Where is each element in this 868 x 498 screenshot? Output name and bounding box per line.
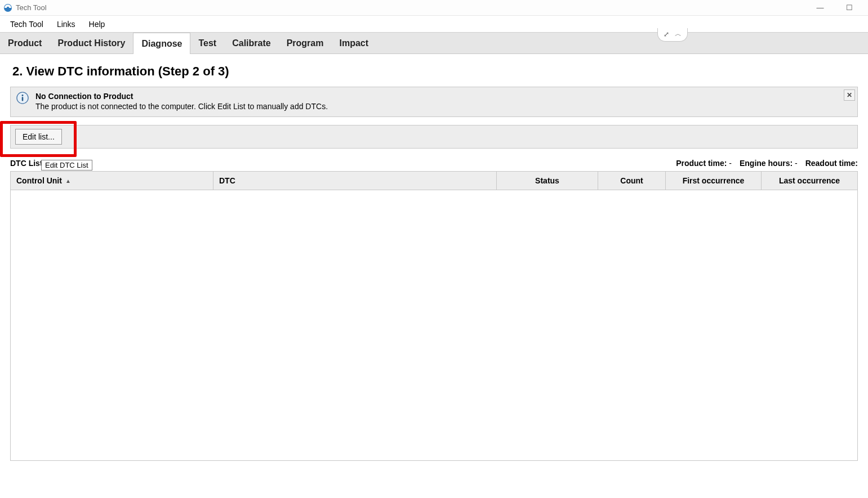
col-first-occurrence[interactable]: First occurrence [666,172,762,190]
page-title: 2. View DTC information (Step 2 of 3) [12,64,858,79]
menubar: Tech Tool Links Help [0,16,868,33]
window-title: Tech Tool [16,3,47,12]
readout-time: Readout time: [805,159,858,168]
info-banner: No Connection to Product The product is … [10,87,858,117]
info-title: No Connection to Product [35,92,328,101]
edit-list-tooltip: Edit DTC List [41,160,92,171]
svg-point-1 [7,6,9,8]
menu-links[interactable]: Links [50,16,82,32]
maximize-button[interactable]: ☐ [841,3,858,12]
tab-product-history[interactable]: Product History [50,33,133,53]
col-count[interactable]: Count [598,172,666,190]
col-last-occurrence[interactable]: Last occurrence [762,172,857,190]
expand-collapse-toggle[interactable]: ⤢ ︿ [657,28,688,42]
dtc-toolbar: Edit list... [10,125,858,149]
list-meta-row: DTC List (0 items) Product time: - Engin… [10,159,858,168]
menu-techtool[interactable]: Tech Tool [3,16,50,32]
info-close-button[interactable]: ✕ [844,89,855,101]
tab-impact[interactable]: Impact [331,33,376,53]
sort-asc-icon: ▲ [65,178,71,184]
app-icon [3,3,12,12]
info-icon [16,92,29,104]
product-time: Product time: - [676,159,732,168]
dtc-grid: Control Unit ▲ DTC Status Count First oc… [10,171,858,461]
edit-list-button[interactable]: Edit list... [15,129,62,145]
engine-hours: Engine hours: - [740,159,798,168]
tab-diagnose[interactable]: Diagnose [133,33,190,54]
close-icon: ✕ [847,91,852,99]
grid-header-row: Control Unit ▲ DTC Status Count First oc… [11,172,857,190]
grid-body [11,190,857,460]
page-content: 2. View DTC information (Step 2 of 3) No… [0,54,868,461]
minimize-button[interactable]: — [812,3,829,12]
svg-point-3 [22,95,24,96]
menu-help[interactable]: Help [82,16,112,32]
tab-product[interactable]: Product [0,33,50,53]
main-tabs: Product Product History Diagnose Test Ca… [0,33,868,54]
tab-calibrate[interactable]: Calibrate [224,33,278,53]
expand-icon: ⤢ [664,30,669,38]
chevron-up-icon: ︿ [675,29,682,39]
info-body: The product is not connected to the comp… [35,102,328,111]
col-status[interactable]: Status [497,172,598,190]
info-text: No Connection to Product The product is … [35,92,328,111]
tab-test[interactable]: Test [190,33,224,53]
col-control-unit[interactable]: Control Unit ▲ [11,172,213,190]
tab-program[interactable]: Program [279,33,332,53]
svg-rect-4 [22,97,24,101]
col-dtc[interactable]: DTC [213,172,497,190]
titlebar: Tech Tool — ☐ [0,0,868,16]
